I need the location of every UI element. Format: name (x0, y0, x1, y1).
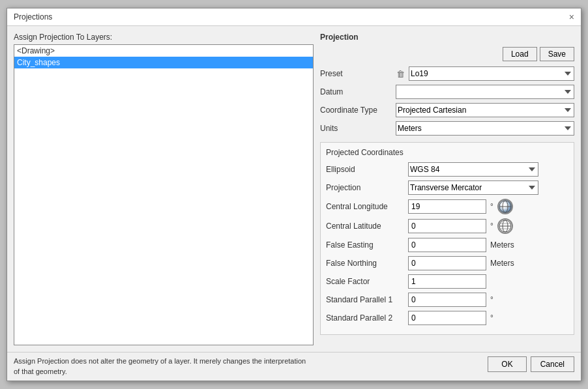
layers-label: Assign Projection To Layers: (14, 33, 314, 42)
units-label: Units (320, 124, 392, 133)
scale-factor-input[interactable] (408, 274, 486, 289)
dialog-footer: Assign Projection does not alter the geo… (7, 352, 581, 381)
std-parallel2-row: Standard Parallel 2 ° (326, 311, 568, 325)
datum-row: Datum (320, 85, 574, 99)
std-parallel1-label: Standard Parallel 1 (326, 295, 404, 304)
projection-row: Projection Transverse Mercator Lambert C… (326, 180, 568, 195)
projection-title: Projection (320, 33, 574, 42)
central-lon-degree: ° (490, 202, 493, 211)
projection-label: Projection (326, 183, 404, 192)
scale-factor-row: Scale Factor (326, 274, 568, 289)
std-parallel1-degree: ° (490, 295, 493, 304)
preset-select[interactable]: Lo19 (409, 66, 574, 81)
projections-dialog: Projections × Assign Projection To Layer… (7, 8, 581, 381)
datum-label: Datum (320, 87, 392, 96)
globe-icon-lat[interactable] (497, 218, 513, 234)
ellipsoid-select[interactable]: WGS 84 GRS 80 Clarke 1880 (408, 162, 538, 177)
top-buttons: Load Save (320, 47, 574, 61)
preset-row: Preset 🗑 Lo19 (320, 66, 574, 81)
units-row: Units Meters Feet Kilometers (320, 121, 574, 136)
coord-type-select[interactable]: Projected Cartesian Geographic Local (396, 103, 574, 117)
cancel-button[interactable]: Cancel (531, 356, 574, 372)
footer-buttons: OK Cancel (488, 356, 574, 372)
dialog-title: Projections (14, 12, 52, 22)
title-bar: Projections × (7, 8, 581, 26)
trash-icon[interactable]: 🗑 (394, 68, 406, 79)
false-easting-row: False Easting Meters (326, 238, 568, 252)
std-parallel1-input[interactable] (408, 293, 486, 307)
std-parallel1-row: Standard Parallel 1 ° (326, 293, 568, 307)
dialog-body: Assign Projection To Layers: <Drawing> C… (7, 26, 581, 352)
central-lon-row: Central Longitude ° (326, 199, 568, 214)
central-lon-label: Central Longitude (326, 202, 404, 211)
false-northing-input[interactable] (408, 256, 486, 270)
ok-button[interactable]: OK (488, 356, 526, 372)
ellipsoid-row: Ellipsoid WGS 84 GRS 80 Clarke 1880 (326, 162, 568, 177)
std-parallel2-input[interactable] (408, 311, 486, 325)
layer-list[interactable]: <Drawing> City_shapes (14, 44, 314, 345)
false-easting-label: False Easting (326, 240, 404, 250)
std-parallel2-label: Standard Parallel 2 (326, 313, 404, 323)
central-lat-input[interactable] (408, 219, 486, 233)
layer-item-city-shapes[interactable]: City_shapes (14, 57, 313, 68)
left-panel: Assign Projection To Layers: <Drawing> C… (14, 33, 314, 345)
coord-type-label: Coordinate Type (320, 106, 392, 115)
ellipsoid-label: Ellipsoid (326, 165, 404, 174)
false-northing-row: False Northing Meters (326, 256, 568, 270)
false-easting-input[interactable] (408, 238, 486, 252)
save-button[interactable]: Save (540, 47, 574, 61)
layer-item-drawing[interactable]: <Drawing> (14, 45, 313, 57)
central-lat-label: Central Latitude (326, 222, 404, 231)
projected-coords-title: Projected Coordinates (326, 148, 568, 157)
units-select[interactable]: Meters Feet Kilometers (396, 121, 574, 136)
footer-note: Assign Projection does not alter the geo… (14, 356, 306, 377)
projected-coords-box: Projected Coordinates Ellipsoid WGS 84 G… (320, 142, 574, 335)
std-parallel2-degree: ° (490, 313, 493, 323)
close-button[interactable]: × (569, 12, 574, 22)
globe-icon-lon[interactable] (497, 199, 513, 214)
projection-select[interactable]: Transverse Mercator Lambert Conformal Co… (408, 180, 538, 195)
coord-type-row: Coordinate Type Projected Cartesian Geog… (320, 103, 574, 117)
load-button[interactable]: Load (503, 47, 537, 61)
scale-factor-label: Scale Factor (326, 277, 404, 286)
false-northing-label: False Northing (326, 259, 404, 268)
false-easting-unit: Meters (490, 240, 514, 250)
right-panel: Projection Load Save Preset 🗑 Lo19 Datum (320, 33, 574, 345)
central-lat-degree: ° (490, 222, 493, 231)
preset-label: Preset (320, 69, 392, 78)
datum-select[interactable] (396, 85, 574, 99)
false-northing-unit: Meters (490, 259, 514, 268)
central-lat-row: Central Latitude ° (326, 218, 568, 234)
central-lon-input[interactable] (408, 199, 486, 214)
